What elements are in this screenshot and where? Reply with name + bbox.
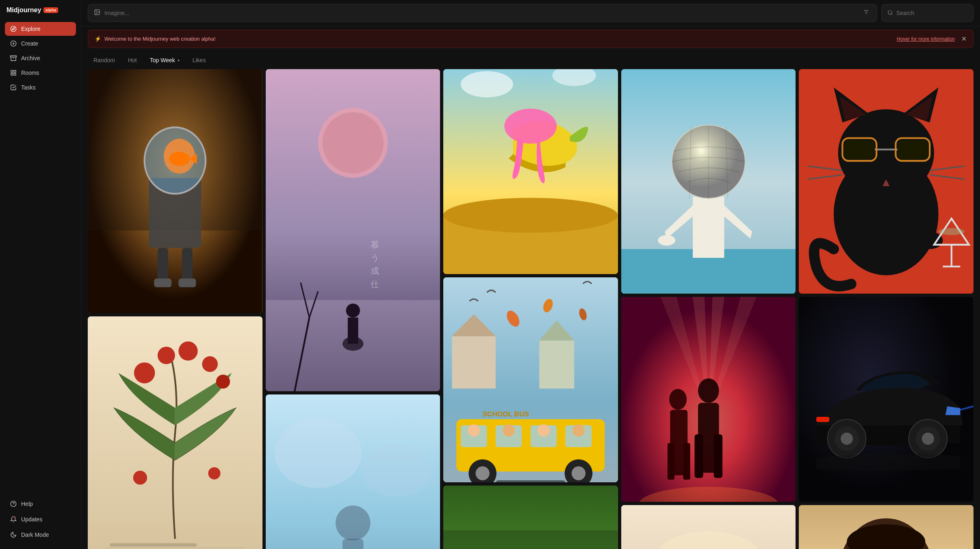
svg-point-140 <box>335 505 370 540</box>
svg-rect-64 <box>898 140 928 159</box>
topbar <box>81 0 980 26</box>
svg-point-108 <box>468 425 480 437</box>
tab-hot[interactable]: Hot <box>122 54 143 66</box>
sidebar-bottom: Help Updates Dark Mode <box>5 497 76 542</box>
svg-line-20 <box>891 13 893 15</box>
gallery-item[interactable] <box>88 69 262 313</box>
tab-random[interactable]: Random <box>88 54 121 66</box>
sidebar-item-explore-label: Explore <box>21 26 40 32</box>
rooms-icon <box>10 69 17 76</box>
sidebar-item-create[interactable]: Create <box>5 37 76 50</box>
sidebar-item-dark-mode[interactable]: Dark Mode <box>5 528 76 542</box>
svg-text:成: 成 <box>370 266 379 276</box>
svg-point-134 <box>922 433 934 445</box>
svg-rect-141 <box>343 539 364 549</box>
gallery-item[interactable] <box>799 505 973 549</box>
svg-rect-8 <box>14 70 16 72</box>
svg-point-111 <box>572 425 585 437</box>
svg-rect-124 <box>683 443 690 479</box>
banner-message: Welcome to the Midjourney web creation a… <box>104 36 216 42</box>
sidebar-item-help[interactable]: Help <box>5 497 76 511</box>
gallery-item[interactable] <box>799 69 973 294</box>
sidebar-item-help-label: Help <box>21 501 33 507</box>
svg-rect-143 <box>443 530 618 549</box>
gallery-item[interactable] <box>266 394 440 549</box>
svg-point-109 <box>503 425 515 437</box>
sidebar-item-rooms[interactable]: Rooms <box>5 66 76 80</box>
filter-button[interactable] <box>861 7 871 19</box>
sidebar-item-updates[interactable]: Updates <box>5 512 76 526</box>
image-icon <box>94 9 100 17</box>
imagine-input[interactable] <box>104 10 857 16</box>
gallery-item[interactable] <box>621 505 796 549</box>
banner-close-button[interactable]: ✕ <box>961 35 967 43</box>
updates-icon <box>10 516 17 523</box>
sidebar-item-archive[interactable]: Archive <box>5 51 76 65</box>
svg-point-48 <box>505 109 557 144</box>
logo-text: Midjourney <box>7 7 41 14</box>
svg-rect-53 <box>693 197 724 258</box>
gallery-item[interactable] <box>799 297 973 502</box>
svg-point-19 <box>888 10 892 14</box>
gallery-item[interactable] <box>621 69 796 294</box>
svg-point-81 <box>134 362 155 383</box>
svg-rect-92 <box>452 336 496 389</box>
svg-point-76 <box>939 228 965 235</box>
svg-point-84 <box>202 356 218 372</box>
sidebar-item-tasks[interactable]: Tasks <box>5 81 76 94</box>
svg-rect-27 <box>158 248 168 283</box>
svg-rect-5 <box>11 56 17 57</box>
svg-point-121 <box>669 389 687 410</box>
svg-point-86 <box>133 471 147 484</box>
gallery: 慕 う 成 仕 <box>81 69 980 549</box>
banner-hover-link[interactable]: Hover for more information <box>897 36 955 42</box>
tasks-icon <box>10 84 17 91</box>
svg-rect-9 <box>11 73 13 75</box>
search-input[interactable] <box>896 10 967 16</box>
svg-point-117 <box>698 378 719 403</box>
announcement-banner: ⚡ Welcome to the Midjourney web creation… <box>88 30 973 48</box>
gallery-item[interactable] <box>88 316 262 549</box>
svg-text:う: う <box>370 253 379 263</box>
help-icon <box>10 500 17 508</box>
svg-point-107 <box>572 466 585 480</box>
svg-point-85 <box>216 375 230 388</box>
gallery-item[interactable] <box>443 69 618 274</box>
banner-right: Hover for more information ✕ <box>897 35 967 43</box>
svg-point-33 <box>322 112 383 173</box>
svg-point-139 <box>362 444 431 497</box>
masonry-grid: 慕 う 成 仕 <box>88 69 973 549</box>
gallery-item[interactable]: SCHOOL BUS INUTE <box>443 277 618 482</box>
svg-rect-128 <box>816 417 829 422</box>
sidebar-item-explore[interactable]: Explore <box>5 22 76 36</box>
sidebar-item-rooms-label: Rooms <box>21 70 39 76</box>
svg-rect-7 <box>11 70 13 72</box>
sidebar: Midjourney alpha Explore Create <box>0 0 81 549</box>
dark-mode-icon <box>10 531 17 538</box>
svg-marker-1 <box>12 28 15 30</box>
svg-point-26 <box>169 152 190 166</box>
svg-point-55 <box>658 235 675 246</box>
banner-left: ⚡ Welcome to the Midjourney web creation… <box>95 36 216 42</box>
svg-rect-63 <box>844 140 875 159</box>
svg-rect-113 <box>496 480 566 482</box>
tab-likes[interactable]: Likes <box>187 54 212 66</box>
svg-point-83 <box>178 342 197 361</box>
gallery-item[interactable] <box>621 297 796 502</box>
svg-rect-88 <box>110 543 197 547</box>
gallery-item[interactable] <box>443 486 618 549</box>
sidebar-item-updates-label: Updates <box>21 516 42 523</box>
svg-rect-36 <box>348 318 358 344</box>
tab-top-week[interactable]: Top Week ▾ <box>144 54 185 66</box>
svg-rect-30 <box>178 279 196 287</box>
svg-text:仕: 仕 <box>370 279 379 289</box>
gallery-item[interactable]: 慕 う 成 仕 <box>266 69 440 391</box>
svg-point-50 <box>443 198 618 233</box>
svg-point-73 <box>917 232 943 249</box>
svg-point-82 <box>158 346 175 364</box>
svg-rect-28 <box>182 248 193 283</box>
svg-text:慕: 慕 <box>370 240 379 250</box>
svg-point-37 <box>346 303 360 317</box>
svg-rect-119 <box>694 434 703 478</box>
tabs-bar: Random Hot Top Week ▾ Likes <box>81 51 980 69</box>
